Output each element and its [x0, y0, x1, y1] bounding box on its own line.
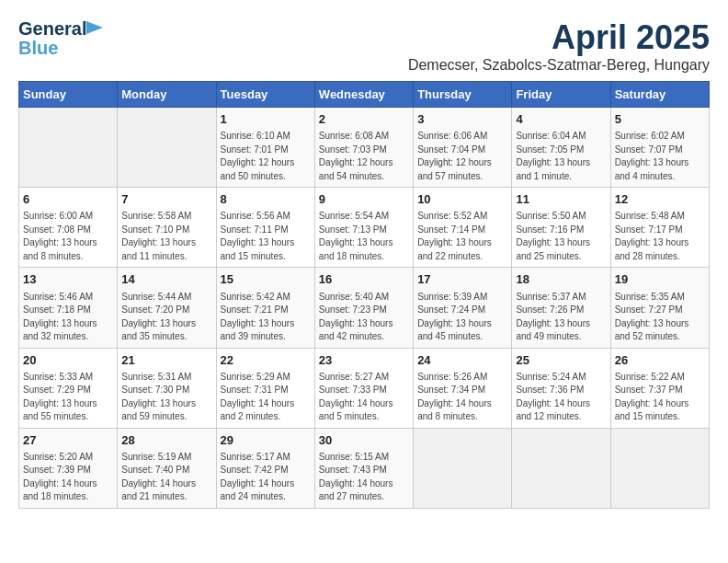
day-number: 15 [221, 271, 311, 288]
day-info: Sunrise: 5:31 AMSunset: 7:30 PMDaylight:… [121, 371, 211, 424]
day-number: 27 [23, 432, 113, 449]
day-info: Sunrise: 5:54 AMSunset: 7:13 PMDaylight:… [319, 210, 409, 263]
day-number: 21 [121, 352, 211, 369]
calendar-subtitle: Demecser, Szabolcs-Szatmar-Bereg, Hungar… [408, 57, 710, 74]
table-row: 6Sunrise: 6:00 AMSunset: 7:08 PMDaylight… [19, 188, 118, 268]
table-row: 9Sunrise: 5:54 AMSunset: 7:13 PMDaylight… [314, 188, 413, 268]
calendar-header-row: Sunday Monday Tuesday Wednesday Thursday… [19, 82, 710, 108]
day-number: 2 [319, 111, 409, 128]
table-row: 15Sunrise: 5:42 AMSunset: 7:21 PMDayligh… [216, 268, 314, 348]
day-number: 17 [417, 271, 507, 288]
day-info: Sunrise: 5:15 AMSunset: 7:43 PMDaylight:… [319, 451, 409, 504]
day-info: Sunrise: 5:39 AMSunset: 7:24 PMDaylight:… [417, 291, 507, 344]
table-row [414, 428, 512, 508]
calendar-week-row: 20Sunrise: 5:33 AMSunset: 7:29 PMDayligh… [19, 348, 710, 428]
day-number: 28 [121, 432, 211, 449]
day-number: 29 [221, 432, 311, 449]
day-info: Sunrise: 5:27 AMSunset: 7:33 PMDaylight:… [319, 371, 409, 424]
table-row: 12Sunrise: 5:48 AMSunset: 7:17 PMDayligh… [610, 188, 709, 268]
table-row: 19Sunrise: 5:35 AMSunset: 7:27 PMDayligh… [610, 268, 709, 348]
table-row [118, 108, 216, 188]
day-info: Sunrise: 5:37 AMSunset: 7:26 PMDaylight:… [516, 291, 606, 344]
day-number: 11 [516, 191, 606, 208]
table-row: 30Sunrise: 5:15 AMSunset: 7:43 PMDayligh… [314, 428, 413, 508]
day-info: Sunrise: 5:33 AMSunset: 7:29 PMDaylight:… [23, 371, 113, 424]
day-number: 13 [23, 271, 113, 288]
day-number: 30 [319, 432, 409, 449]
day-info: Sunrise: 5:29 AMSunset: 7:31 PMDaylight:… [221, 371, 311, 424]
logo-arrow-icon [86, 21, 103, 34]
day-info: Sunrise: 5:58 AMSunset: 7:10 PMDaylight:… [121, 210, 211, 263]
table-row: 20Sunrise: 5:33 AMSunset: 7:29 PMDayligh… [19, 348, 118, 428]
table-row: 26Sunrise: 5:22 AMSunset: 7:37 PMDayligh… [610, 348, 709, 428]
day-number: 1 [221, 111, 311, 128]
day-info: Sunrise: 5:50 AMSunset: 7:16 PMDaylight:… [516, 210, 606, 263]
day-info: Sunrise: 5:20 AMSunset: 7:39 PMDaylight:… [23, 451, 113, 504]
day-info: Sunrise: 5:40 AMSunset: 7:23 PMDaylight:… [319, 291, 409, 344]
table-row: 8Sunrise: 5:56 AMSunset: 7:11 PMDaylight… [216, 188, 314, 268]
table-row: 11Sunrise: 5:50 AMSunset: 7:16 PMDayligh… [512, 188, 610, 268]
table-row: 5Sunrise: 6:02 AMSunset: 7:07 PMDaylight… [610, 108, 709, 188]
day-info: Sunrise: 5:46 AMSunset: 7:18 PMDaylight:… [23, 291, 113, 344]
table-row: 17Sunrise: 5:39 AMSunset: 7:24 PMDayligh… [414, 268, 512, 348]
table-row: 18Sunrise: 5:37 AMSunset: 7:26 PMDayligh… [512, 268, 610, 348]
table-row: 24Sunrise: 5:26 AMSunset: 7:34 PMDayligh… [414, 348, 512, 428]
table-row [19, 108, 118, 188]
table-row [512, 428, 610, 508]
day-number: 24 [417, 352, 507, 369]
day-number: 8 [221, 191, 311, 208]
day-number: 3 [417, 111, 507, 128]
day-number: 20 [23, 352, 113, 369]
day-info: Sunrise: 5:56 AMSunset: 7:11 PMDaylight:… [221, 210, 311, 263]
table-row: 14Sunrise: 5:44 AMSunset: 7:20 PMDayligh… [118, 268, 216, 348]
table-row: 28Sunrise: 5:19 AMSunset: 7:40 PMDayligh… [118, 428, 216, 508]
day-number: 10 [417, 191, 507, 208]
logo-text-general: General [18, 18, 86, 39]
day-info: Sunrise: 5:17 AMSunset: 7:42 PMDaylight:… [221, 451, 311, 504]
day-number: 22 [221, 352, 311, 369]
day-number: 18 [516, 271, 606, 288]
day-info: Sunrise: 5:42 AMSunset: 7:21 PMDaylight:… [221, 291, 311, 344]
day-number: 26 [615, 352, 705, 369]
day-number: 5 [615, 111, 705, 128]
day-info: Sunrise: 6:08 AMSunset: 7:03 PMDaylight:… [319, 130, 409, 183]
calendar-week-row: 1Sunrise: 6:10 AMSunset: 7:01 PMDaylight… [19, 108, 710, 188]
day-info: Sunrise: 6:04 AMSunset: 7:05 PMDaylight:… [516, 130, 606, 183]
day-number: 16 [319, 271, 409, 288]
header-tuesday: Tuesday [216, 82, 314, 108]
table-row: 29Sunrise: 5:17 AMSunset: 7:42 PMDayligh… [216, 428, 314, 508]
table-row: 27Sunrise: 5:20 AMSunset: 7:39 PMDayligh… [19, 428, 118, 508]
title-block: April 2025 Demecser, Szabolcs-Szatmar-Be… [408, 18, 710, 74]
day-info: Sunrise: 5:48 AMSunset: 7:17 PMDaylight:… [615, 210, 705, 263]
day-number: 19 [615, 271, 705, 288]
day-info: Sunrise: 5:24 AMSunset: 7:36 PMDaylight:… [516, 371, 606, 424]
calendar-table: Sunday Monday Tuesday Wednesday Thursday… [18, 81, 710, 509]
day-info: Sunrise: 6:10 AMSunset: 7:01 PMDaylight:… [221, 130, 311, 183]
header-saturday: Saturday [610, 82, 709, 108]
table-row: 3Sunrise: 6:06 AMSunset: 7:04 PMDaylight… [414, 108, 512, 188]
day-info: Sunrise: 5:19 AMSunset: 7:40 PMDaylight:… [121, 451, 211, 504]
svg-marker-0 [86, 21, 103, 34]
day-number: 7 [121, 191, 211, 208]
day-info: Sunrise: 5:26 AMSunset: 7:34 PMDaylight:… [417, 371, 507, 424]
table-row: 4Sunrise: 6:04 AMSunset: 7:05 PMDaylight… [512, 108, 610, 188]
day-number: 12 [615, 191, 705, 208]
table-row: 7Sunrise: 5:58 AMSunset: 7:10 PMDaylight… [118, 188, 216, 268]
logo-text-blue: Blue [18, 38, 58, 59]
day-info: Sunrise: 5:52 AMSunset: 7:14 PMDaylight:… [417, 210, 507, 263]
day-info: Sunrise: 5:35 AMSunset: 7:27 PMDaylight:… [615, 291, 705, 344]
header-thursday: Thursday [414, 82, 512, 108]
day-number: 23 [319, 352, 409, 369]
header-sunday: Sunday [19, 82, 118, 108]
header-monday: Monday [118, 82, 216, 108]
page-header: General Blue April 2025 Demecser, Szabol… [18, 18, 710, 74]
day-info: Sunrise: 5:22 AMSunset: 7:37 PMDaylight:… [615, 371, 705, 424]
header-wednesday: Wednesday [314, 82, 413, 108]
day-number: 6 [23, 191, 113, 208]
table-row [610, 428, 709, 508]
calendar-week-row: 6Sunrise: 6:00 AMSunset: 7:08 PMDaylight… [19, 188, 710, 268]
day-number: 25 [516, 352, 606, 369]
table-row: 13Sunrise: 5:46 AMSunset: 7:18 PMDayligh… [19, 268, 118, 348]
calendar-title: April 2025 [408, 18, 710, 57]
table-row: 22Sunrise: 5:29 AMSunset: 7:31 PMDayligh… [216, 348, 314, 428]
